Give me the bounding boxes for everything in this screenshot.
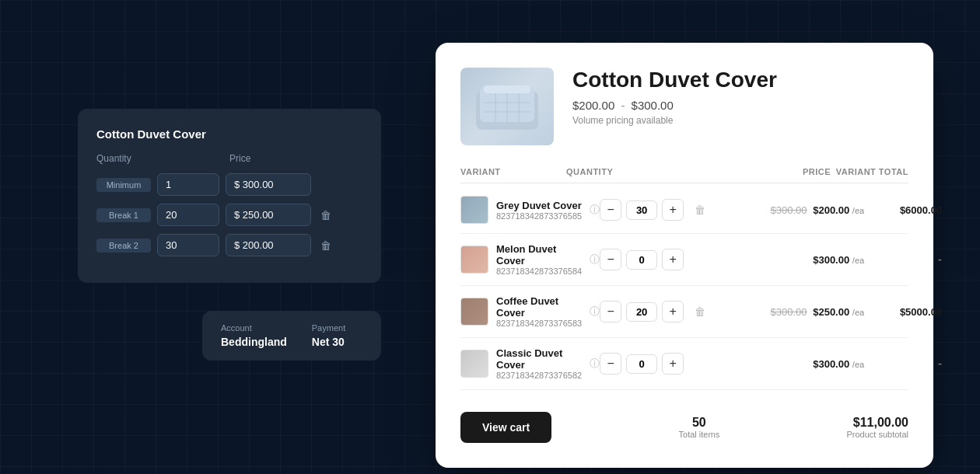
footer-subtotal: $11,00.00 Product subtotal xyxy=(847,416,909,439)
price-cell-grey: $300.00 $200.00 /ea xyxy=(740,204,864,216)
variant-sku-classic: 823718342873376582 xyxy=(496,371,582,380)
account-label: Account xyxy=(221,323,287,333)
break2-qty-input[interactable] xyxy=(157,234,219,256)
account-value: Beddingland xyxy=(221,336,287,348)
pricing-row-break1: Break 1 🗑 xyxy=(96,204,362,226)
price-current-grey: $200.00 xyxy=(813,204,849,216)
pricing-header: Quantity Price xyxy=(96,153,362,164)
break1-qty-input[interactable] xyxy=(157,204,219,226)
modal-footer: View cart 50 Total items $11,00.00 Produ… xyxy=(460,403,908,443)
header-price: PRICE xyxy=(706,167,831,176)
table-header: VARIANT QUANTITY PRICE VARIANT TOTAL xyxy=(460,167,908,183)
pricing-row-break2: Break 2 🗑 xyxy=(96,234,362,256)
product-image xyxy=(460,68,554,145)
header-variant: VARIANT xyxy=(460,167,566,176)
variant-info-melon: Melon Duvet Cover 823718342873376584 ⓘ xyxy=(460,243,600,276)
price-current-classic: $300.00 xyxy=(813,358,849,370)
break2-price-input[interactable] xyxy=(226,234,311,256)
total-cell-coffee: $5000.00 xyxy=(864,306,942,318)
row-delete-coffee[interactable]: 🗑 xyxy=(691,302,709,321)
volume-pricing-label: Volume pricing available xyxy=(572,115,777,126)
price-min: $200.00 xyxy=(572,99,614,112)
account-row: Account Beddingland Payment Net 30 xyxy=(221,323,362,348)
header-quantity: QUANTITY xyxy=(566,167,706,176)
variant-thumb-grey xyxy=(460,196,488,224)
quantity-header: Quantity xyxy=(96,153,229,164)
total-cell-grey: $6000.00 xyxy=(864,204,942,216)
minimum-qty-input[interactable] xyxy=(157,173,219,196)
break1-delete-button[interactable]: 🗑 xyxy=(317,206,334,225)
variant-name-classic: Classic Duvet Cover xyxy=(496,347,582,371)
qty-decrease-coffee[interactable]: − xyxy=(600,301,621,322)
break1-price-input[interactable] xyxy=(226,204,311,226)
qty-increase-grey[interactable]: + xyxy=(662,199,684,221)
variant-sku-grey: 823718342873376585 xyxy=(496,211,582,221)
qty-decrease-melon[interactable]: − xyxy=(600,249,621,270)
qty-increase-coffee[interactable]: + xyxy=(662,301,684,322)
variant-thumb-coffee xyxy=(460,298,488,326)
price-header: Price xyxy=(229,153,362,164)
variant-row-classic: Classic Duvet Cover 823718342873376582 ⓘ… xyxy=(460,338,908,390)
payment-field: Payment Net 30 xyxy=(312,323,345,348)
price-cell-classic: $300.00 /ea xyxy=(740,358,864,370)
variant-name-coffee: Coffee Duvet Cover xyxy=(496,295,582,319)
view-cart-button[interactable]: View cart xyxy=(460,412,551,443)
price-max: $300.00 xyxy=(632,99,674,112)
header-variant-total: VARIANT TOTAL xyxy=(831,167,908,176)
variants-table: VARIANT QUANTITY PRICE VARIANT TOTAL Gre… xyxy=(460,167,908,390)
price-ea-melon: /ea xyxy=(852,256,864,265)
qty-input-coffee[interactable] xyxy=(626,302,657,322)
total-cell-classic: - xyxy=(864,357,942,371)
minimum-price-input[interactable] xyxy=(226,173,311,196)
variant-thumb-melon xyxy=(460,246,488,274)
subtotal-amount: $11,00.00 xyxy=(847,416,909,430)
qty-decrease-grey[interactable]: − xyxy=(600,199,621,221)
break2-badge: Break 2 xyxy=(96,239,151,253)
qty-control-grey: − + 🗑 xyxy=(600,199,740,221)
product-modal: Cotton Duvet Cover $200.00 - $300.00 Vol… xyxy=(436,43,933,468)
price-ea-grey: /ea xyxy=(852,206,864,215)
product-image-svg xyxy=(472,79,542,134)
left-panel-title: Cotton Duvet Cover xyxy=(96,127,362,141)
price-ea-classic: /ea xyxy=(852,360,864,369)
qty-input-melon[interactable] xyxy=(626,250,657,270)
product-title: Cotton Duvet Cover xyxy=(572,68,777,92)
variant-row-grey: Grey Duvet Cover 823718342873376585 ⓘ − … xyxy=(460,186,908,234)
variant-name-grey: Grey Duvet Cover xyxy=(496,200,582,211)
payment-label: Payment xyxy=(312,323,345,333)
svg-rect-2 xyxy=(484,85,530,93)
qty-increase-classic[interactable]: + xyxy=(662,353,684,375)
row-delete-grey[interactable]: 🗑 xyxy=(691,200,709,219)
footer-totals: 50 Total items xyxy=(679,416,720,439)
info-icon-coffee[interactable]: ⓘ xyxy=(590,305,600,319)
variant-row-melon: Melon Duvet Cover 823718342873376584 ⓘ −… xyxy=(460,234,908,286)
break1-badge: Break 1 xyxy=(96,208,151,222)
price-cell-melon: $300.00 /ea xyxy=(740,254,864,266)
price-cell-coffee: $300.00 $250.00 /ea xyxy=(740,306,864,318)
variant-info-classic: Classic Duvet Cover 823718342873376582 ⓘ xyxy=(460,347,600,380)
qty-input-classic[interactable] xyxy=(626,354,657,374)
info-icon-melon[interactable]: ⓘ xyxy=(590,253,600,267)
account-field: Account Beddingland xyxy=(221,323,287,348)
info-icon-classic[interactable]: ⓘ xyxy=(590,357,600,371)
variant-row-coffee: Coffee Duvet Cover 823718342873376583 ⓘ … xyxy=(460,286,908,338)
variant-name-melon: Melon Duvet Cover xyxy=(496,243,582,267)
qty-control-coffee: − + 🗑 xyxy=(600,301,740,322)
price-current-melon: $300.00 xyxy=(813,254,849,266)
qty-control-classic: − + xyxy=(600,353,740,375)
product-price: $200.00 - $300.00 xyxy=(572,99,777,112)
info-icon-grey[interactable]: ⓘ xyxy=(590,203,600,217)
subtotal-label: Product subtotal xyxy=(847,430,909,439)
break2-delete-button[interactable]: 🗑 xyxy=(317,236,334,255)
qty-decrease-classic[interactable]: − xyxy=(600,353,621,375)
variant-info-grey: Grey Duvet Cover 823718342873376585 ⓘ xyxy=(460,196,600,224)
variant-info-coffee: Coffee Duvet Cover 823718342873376583 ⓘ xyxy=(460,295,600,328)
total-cell-melon: - xyxy=(864,253,942,267)
price-separator: - xyxy=(621,99,628,112)
qty-control-melon: − + xyxy=(600,249,740,270)
variant-thumb-classic xyxy=(460,350,488,378)
qty-input-grey[interactable] xyxy=(626,200,657,220)
product-header: Cotton Duvet Cover $200.00 - $300.00 Vol… xyxy=(460,68,908,145)
qty-increase-melon[interactable]: + xyxy=(662,249,684,270)
price-original-grey: $300.00 xyxy=(771,204,807,216)
